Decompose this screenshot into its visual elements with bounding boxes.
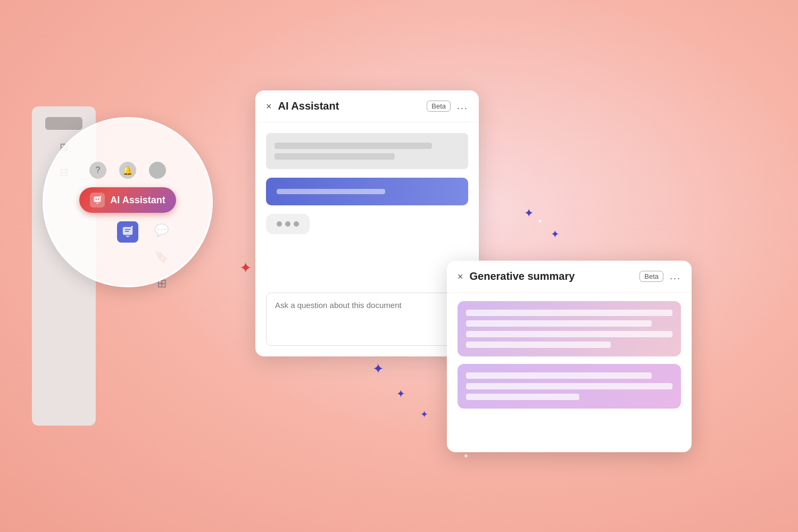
placeholder-line-2: [275, 153, 395, 160]
ai-panel-close-button[interactable]: ×: [266, 102, 272, 111]
ai-placeholder-lines: [266, 133, 468, 169]
sum-line-5: [466, 372, 652, 379]
gen-panel-close-button[interactable]: ×: [458, 272, 463, 281]
gen-panel-more-button[interactable]: ...: [670, 271, 681, 282]
ai-assistant-panel: × AI Assistant Beta ...: [255, 90, 479, 356]
blue-bar-line: [277, 189, 385, 194]
sum-line-2: [466, 320, 652, 327]
ai-btn-icon: [90, 193, 105, 207]
gen-panel-body: [447, 293, 692, 452]
star-11: ✦: [463, 452, 469, 460]
sidebar-bar: [45, 117, 82, 130]
typing-indicator: [266, 214, 310, 234]
ai-panel-more-button[interactable]: ...: [457, 101, 468, 112]
help-icon[interactable]: ?: [89, 162, 106, 179]
ai-button-label: AI Assistant: [110, 195, 165, 206]
dot-1: [277, 221, 282, 227]
sum-line-7: [466, 394, 579, 400]
circle-zoom: ? 🔔 AI Assistant: [43, 117, 213, 287]
star-3: ✦: [524, 207, 534, 219]
star-6: ✦: [372, 362, 384, 376]
generative-summary-panel: × Generative summary Beta ...: [447, 261, 692, 452]
sum-line-6: [466, 383, 672, 389]
star-7: ✦: [396, 388, 405, 399]
ai-panel-body: [255, 122, 479, 293]
ai-panel-header: × AI Assistant Beta ...: [255, 90, 479, 122]
ai-blue-bar: [266, 178, 468, 205]
ai-panel-icon[interactable]: [117, 221, 138, 243]
ai-assistant-button[interactable]: AI Assistant: [79, 187, 176, 213]
bell-icon[interactable]: 🔔: [119, 162, 136, 179]
star-10: ✦: [420, 410, 428, 419]
avatar-icon[interactable]: [149, 162, 166, 179]
dot-3: [294, 221, 299, 227]
summary-card-1: [458, 301, 681, 356]
sum-line-1: [466, 310, 672, 316]
ai-panel-beta-badge: Beta: [427, 101, 451, 112]
svg-point-1: [96, 198, 97, 200]
summary-card-2: [458, 364, 681, 409]
gen-panel-beta-badge: Beta: [639, 271, 663, 282]
ai-panel-title: AI Assistant: [278, 100, 421, 112]
star-4: ✦: [537, 218, 543, 225]
sum-line-3: [466, 331, 672, 337]
svg-point-2: [98, 198, 99, 200]
circle-top-icons: ? 🔔: [89, 162, 166, 179]
placeholder-line-1: [275, 143, 432, 149]
star-5: ✦: [551, 229, 560, 239]
star-0: ✦: [239, 261, 252, 276]
svg-rect-3: [123, 227, 132, 235]
gen-panel-title: Generative summary: [470, 270, 634, 282]
sum-line-4: [466, 342, 611, 348]
gen-panel-header: × Generative summary Beta ...: [447, 261, 692, 293]
ai-input-field[interactable]: [266, 293, 468, 346]
dot-2: [285, 221, 290, 227]
